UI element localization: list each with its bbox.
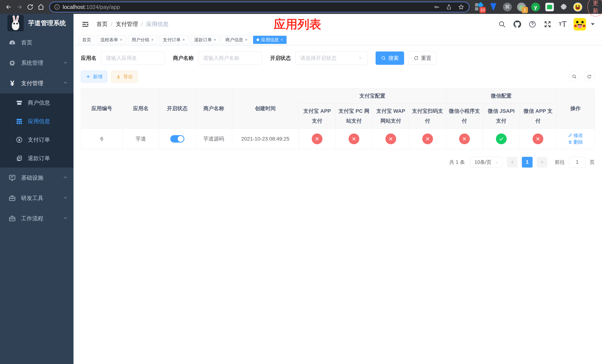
fullscreen-icon[interactable] [543, 20, 552, 29]
sidebar-item-workflow[interactable]: 工作流程 [0, 208, 74, 229]
extension-badge: 1 [522, 7, 528, 13]
sidebar-item-payment-orders[interactable]: 支付订单 [0, 130, 74, 149]
browser-forward-button[interactable] [16, 3, 23, 11]
address-bar[interactable]: localhost:1024/pay/app [49, 2, 469, 12]
site-info-icon[interactable] [54, 4, 60, 10]
browser-reload-button[interactable] [27, 3, 34, 11]
profile-emoji-icon[interactable] [573, 2, 582, 12]
add-button[interactable]: 新增 [81, 71, 107, 83]
sidebar-item-app-info[interactable]: 应用信息 [0, 112, 74, 130]
edit-link[interactable]: 修改 [568, 132, 583, 139]
url-text: localhost:1024/pay/app [63, 4, 120, 10]
sidebar-item-payment[interactable]: ¥ 支付管理 [0, 73, 74, 94]
tab-close-icon[interactable]: × [281, 37, 283, 42]
main-area: 首页 / 支付管理 / 应用信息 应用列表 TT [74, 14, 602, 364]
alipay-wap-status-icon [386, 133, 396, 144]
sidebar: 芋道管理系统 首页 系统管理 ¥ 支付管理 商户信息 [0, 14, 74, 364]
tab-merchant-info[interactable]: 商户信息× [222, 36, 251, 44]
navbar-actions: TT [498, 18, 595, 31]
github-icon[interactable] [513, 20, 522, 29]
sidebar-item-home[interactable]: 首页 [0, 32, 74, 53]
trash-icon [568, 140, 572, 144]
goto-page-input[interactable] [569, 157, 586, 168]
cell-status [159, 128, 195, 149]
search-icon[interactable] [498, 20, 506, 29]
sidebar-item-label: 基础设施 [21, 174, 43, 182]
tab-user-group[interactable]: 用户分组× [128, 36, 157, 44]
password-key-icon[interactable] [433, 3, 441, 11]
tab-payment-orders[interactable]: 支付订单× [159, 36, 188, 44]
browser-update-button[interactable]: 更新 [588, 0, 602, 16]
tab-close-icon[interactable]: × [214, 37, 216, 42]
refresh-table-button[interactable] [584, 71, 595, 82]
status-toggle[interactable] [170, 135, 184, 143]
app-table: 应用编号 应用名 开启状态 商户名称 创建时间 支付宝配置 微信配置 操作 支付… [81, 88, 595, 150]
show-search-button[interactable] [569, 71, 580, 82]
chevron-left-icon [510, 160, 515, 164]
extensions-puzzle-icon[interactable] [559, 2, 568, 12]
group-wechat-config: 微信配置 [446, 88, 557, 104]
tabs-bar: 首页 流程表单× 用户分组× 支付订单× 退款订单× 商户信息× 应用信息× [74, 35, 602, 45]
extension-command-icon[interactable]: ⌘ [503, 2, 512, 12]
chevron-down-icon [63, 195, 68, 202]
avatar-dropdown-icon[interactable] [591, 23, 595, 25]
sidebar-item-merchant-info[interactable]: 商户信息 [0, 94, 74, 112]
group-alipay-config: 支付宝配置 [299, 88, 446, 104]
breadcrumb-home[interactable]: 首页 [97, 20, 108, 28]
font-size-icon[interactable]: TT [558, 20, 567, 29]
sidebar-item-label: 商户信息 [28, 99, 50, 107]
delete-link[interactable]: 删除 [568, 139, 583, 145]
tab-home[interactable]: 首页 [79, 36, 95, 44]
page-suffix: 页 [590, 159, 595, 166]
tab-app-info[interactable]: 应用信息× [253, 36, 287, 44]
breadcrumb: 首页 / 支付管理 / 应用信息 [97, 20, 168, 28]
merchant-name-label: 商户名称 [173, 55, 194, 62]
cell-create-time: 2021-10-23 08:49:25 [232, 128, 299, 149]
extension-avatar-icon[interactable]: 1 [517, 2, 526, 12]
tab-close-icon[interactable]: × [245, 37, 247, 42]
browser-home-button[interactable] [37, 3, 44, 11]
app-name-input[interactable] [101, 52, 165, 65]
filter-form: 应用名 商户名称 开启状态 请选择开启状态 搜索 [81, 52, 595, 65]
status-select[interactable]: 请选择开启状态 [295, 52, 367, 65]
monitor-icon [8, 174, 16, 182]
page-number-1[interactable]: 1 [522, 157, 533, 168]
help-icon[interactable] [528, 20, 537, 29]
sidebar-item-infrastructure[interactable]: 基础设施 [0, 168, 74, 188]
merchant-name-input[interactable] [198, 52, 262, 65]
col-alipay-app: 支付宝 APP 支付 [299, 104, 336, 128]
sidebar-item-dev-tools[interactable]: 研发工具 [0, 188, 74, 208]
bookmark-star-icon[interactable] [457, 3, 465, 11]
sidebar-item-system[interactable]: 系统管理 [0, 53, 74, 73]
extension-chat-icon[interactable] [545, 2, 554, 12]
tab-process-form[interactable]: 流程表单× [97, 36, 126, 44]
sidebar-item-label: 支付订单 [28, 136, 50, 144]
sidebar-fold-icon[interactable] [81, 20, 90, 29]
extension-kite-icon[interactable] [489, 2, 498, 12]
avatar[interactable] [573, 18, 586, 31]
prev-page-button[interactable] [507, 157, 518, 168]
cell-actions: 修改 删除 [557, 128, 595, 149]
next-page-button[interactable] [537, 157, 547, 168]
share-icon[interactable] [445, 3, 453, 11]
browser-back-button[interactable] [5, 3, 12, 11]
export-button[interactable]: 导出 [111, 71, 138, 83]
chevron-right-icon [540, 160, 544, 164]
sidebar-item-refund-orders[interactable]: 退款订单 [0, 149, 74, 168]
sidebar-item-label: 首页 [21, 39, 32, 46]
breadcrumb-payment[interactable]: 支付管理 [116, 20, 138, 28]
page-size-select[interactable]: 10条/页 [470, 157, 503, 168]
tab-close-icon[interactable]: × [151, 37, 154, 42]
content: 应用名 商户名称 开启状态 请选择开启状态 搜索 [74, 45, 602, 168]
tab-close-icon[interactable]: × [183, 37, 185, 42]
extension-y-icon[interactable]: y [531, 2, 540, 12]
download-icon [116, 74, 121, 79]
chevron-down-icon [494, 160, 498, 164]
extension-grid-icon[interactable]: 10 [475, 2, 484, 12]
tab-close-icon[interactable]: × [120, 37, 122, 42]
wechat-mini-status-icon [459, 133, 470, 144]
tab-refund-orders[interactable]: 退款订单× [191, 36, 220, 44]
search-button[interactable]: 搜索 [376, 52, 404, 65]
grid-icon [16, 118, 23, 125]
reset-button[interactable]: 重置 [408, 52, 437, 65]
